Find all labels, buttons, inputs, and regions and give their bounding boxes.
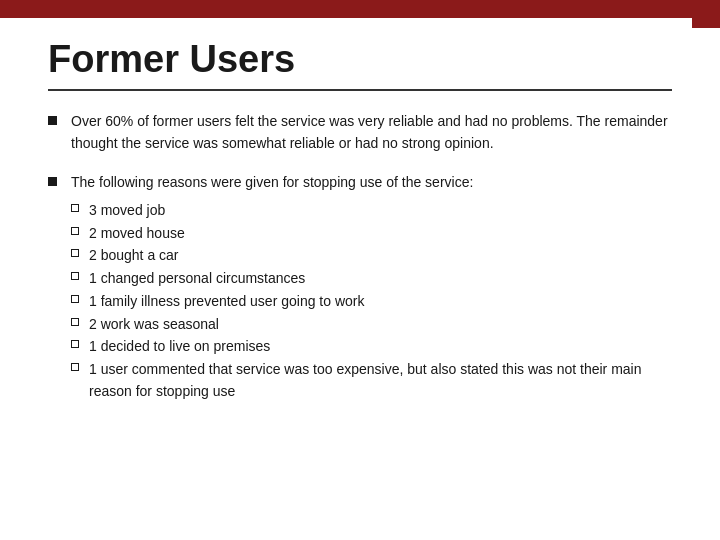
sub-bullet-icon [71, 295, 79, 303]
sub-list: 3 moved job2 moved house2 bought a car1 … [71, 200, 672, 402]
list-item: 2 work was seasonal [71, 314, 672, 336]
sub-list-item-label: 2 moved house [89, 223, 185, 245]
sub-list-item-label: 2 work was seasonal [89, 314, 219, 336]
sub-bullet-icon [71, 204, 79, 212]
sub-list-item-label: 1 changed personal circumstances [89, 268, 305, 290]
list-item: 1 family illness prevented user going to… [71, 291, 672, 313]
bullet-intro: The following reasons were given for sto… [71, 172, 672, 194]
sub-bullet-icon [71, 340, 79, 348]
sub-bullet-icon [71, 318, 79, 326]
list-item: 1 changed personal circumstances [71, 268, 672, 290]
sub-list-item-label: 1 decided to live on premises [89, 336, 270, 358]
divider [48, 89, 672, 91]
bullet-content-2: The following reasons were given for sto… [71, 172, 672, 403]
bullet-section-2: The following reasons were given for sto… [48, 172, 672, 403]
corner-box [692, 0, 720, 28]
sub-bullet-icon [71, 272, 79, 280]
bullet-icon-1 [48, 116, 57, 125]
sub-list-item-label: 1 user commented that service was too ex… [89, 359, 672, 402]
sub-list-item-label: 2 bought a car [89, 245, 179, 267]
list-item: 1 decided to live on premises [71, 336, 672, 358]
sub-bullet-icon [71, 227, 79, 235]
sub-bullet-icon [71, 249, 79, 257]
sub-list-item-label: 1 family illness prevented user going to… [89, 291, 364, 313]
list-item: 2 moved house [71, 223, 672, 245]
bullet-text-1: Over 60% of former users felt the servic… [71, 111, 672, 154]
list-item: 2 bought a car [71, 245, 672, 267]
bullet-section-1: Over 60% of former users felt the servic… [48, 111, 672, 154]
sub-list-item-label: 3 moved job [89, 200, 165, 222]
page-title: Former Users [48, 38, 672, 81]
top-bar [0, 0, 720, 18]
list-item: 1 user commented that service was too ex… [71, 359, 672, 402]
list-item: 3 moved job [71, 200, 672, 222]
bullet-icon-2 [48, 177, 57, 186]
sub-bullet-icon [71, 363, 79, 371]
